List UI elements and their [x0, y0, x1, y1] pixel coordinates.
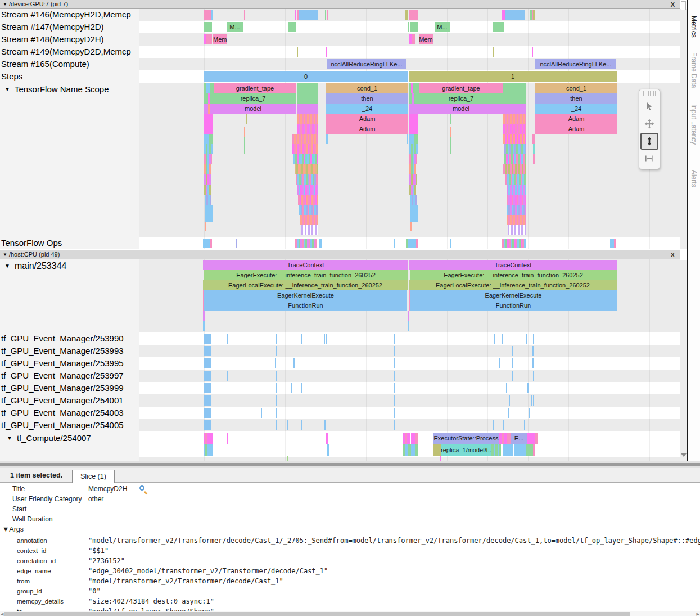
- slice[interactable]: [292, 144, 318, 154]
- slice[interactable]: [415, 444, 418, 456]
- event-tick-slice[interactable]: [509, 395, 510, 406]
- slice-e[interactable]: E...: [511, 433, 527, 444]
- event-tick-slice[interactable]: [533, 395, 534, 406]
- event-tick-slice[interactable]: [394, 408, 395, 418]
- slice[interactable]: [409, 144, 418, 154]
- slice[interactable]: [533, 444, 535, 456]
- slice-model[interactable]: model: [419, 104, 503, 114]
- tab-frame-data[interactable]: Frame Data: [690, 52, 698, 88]
- slice-gradient-tape[interactable]: gradient_tape: [419, 83, 503, 93]
- collapse-arrow-icon[interactable]: ▼: [4, 263, 10, 269]
- slice[interactable]: [227, 433, 228, 444]
- slice[interactable]: [244, 137, 245, 154]
- pan-tool-button[interactable]: [640, 115, 658, 132]
- slice[interactable]: [210, 239, 212, 248]
- slice[interactable]: [297, 47, 298, 57]
- slice[interactable]: [244, 127, 245, 137]
- event-tick-slice[interactable]: [276, 334, 277, 344]
- event-tick-slice[interactable]: [394, 346, 395, 356]
- slice[interactable]: [296, 174, 318, 185]
- slice[interactable]: [299, 205, 318, 215]
- slice[interactable]: [206, 34, 212, 44]
- slice[interactable]: [204, 444, 207, 456]
- slice[interactable]: [408, 22, 409, 32]
- slice[interactable]: [207, 444, 213, 456]
- event-tick-slice[interactable]: [208, 420, 209, 430]
- slice[interactable]: [204, 154, 212, 164]
- slice[interactable]: [415, 433, 418, 444]
- slice[interactable]: [450, 137, 451, 154]
- event-tick-slice[interactable]: [499, 358, 500, 368]
- slice[interactable]: [326, 47, 327, 57]
- close-icon[interactable]: X: [671, 251, 675, 259]
- slice[interactable]: [319, 239, 322, 248]
- slice[interactable]: [503, 134, 526, 144]
- slice[interactable]: [503, 83, 526, 93]
- slice[interactable]: [433, 444, 441, 456]
- selection-tool-button[interactable]: [640, 98, 658, 115]
- slice-replica-7[interactable]: replica_7: [210, 93, 296, 104]
- slice[interactable]: [450, 127, 451, 137]
- slice[interactable]: [493, 47, 494, 57]
- collapse-arrow-icon[interactable]: ▼: [7, 435, 12, 441]
- slice[interactable]: [203, 311, 205, 321]
- slice[interactable]: [408, 321, 409, 331]
- slice[interactable]: [532, 47, 533, 57]
- slice[interactable]: [297, 83, 318, 93]
- slice-eagerlocalexecute-inference-train-function-260252[interactable]: EagerLocalExecute: __inference_train_fun…: [409, 280, 617, 290]
- event-tick-slice[interactable]: [227, 334, 228, 344]
- slice[interactable]: [236, 239, 237, 248]
- slice[interactable]: [409, 164, 416, 174]
- slice[interactable]: [409, 174, 417, 185]
- slice-functionrun[interactable]: FunctionRun: [204, 300, 407, 311]
- event-tick-slice[interactable]: [502, 334, 503, 344]
- slice[interactable]: [408, 239, 416, 248]
- collapse-arrow-icon[interactable]: ▼: [3, 0, 7, 8]
- scroll-right-icon[interactable]: ▶: [697, 612, 699, 616]
- event-tick-slice[interactable]: [526, 334, 527, 344]
- slice-cond-1[interactable]: cond_1: [326, 83, 408, 93]
- slice[interactable]: [310, 10, 310, 20]
- slice-adam[interactable]: Adam: [535, 114, 617, 124]
- slice[interactable]: [493, 22, 504, 32]
- slice[interactable]: [514, 444, 526, 456]
- tab-alerts[interactable]: Alerts: [690, 170, 698, 187]
- slice[interactable]: [326, 134, 328, 144]
- slice[interactable]: [204, 104, 208, 114]
- slice[interactable]: [207, 433, 213, 444]
- slice[interactable]: [503, 114, 526, 124]
- slice[interactable]: [414, 134, 418, 144]
- event-tick-slice[interactable]: [276, 395, 277, 406]
- event-tick-slice[interactable]: [394, 334, 395, 344]
- slice[interactable]: [450, 114, 451, 124]
- slice[interactable]: [503, 164, 526, 174]
- slice[interactable]: [532, 134, 535, 144]
- slice[interactable]: [507, 215, 526, 225]
- slice[interactable]: [403, 433, 407, 444]
- slice[interactable]: [533, 10, 535, 20]
- slice[interactable]: [408, 311, 409, 321]
- slice[interactable]: [297, 124, 318, 134]
- scroll-left-icon[interactable]: ◀: [1, 612, 3, 616]
- slice[interactable]: [503, 93, 526, 104]
- event-tick-slice[interactable]: [533, 371, 534, 381]
- slice[interactable]: [298, 195, 318, 205]
- slice[interactable]: [204, 174, 211, 185]
- slice[interactable]: [409, 154, 417, 164]
- horizontal-scrollbar[interactable]: ◀ ▶: [0, 611, 700, 616]
- slice-cond-1[interactable]: cond_1: [535, 83, 617, 93]
- event-manager-slice[interactable]: [204, 408, 211, 418]
- slice-eagerexecute-inference-train-function-260252[interactable]: EagerExecute: __inference_train_function…: [204, 270, 408, 280]
- slice[interactable]: [409, 104, 419, 114]
- event-tick-slice[interactable]: [275, 358, 276, 368]
- event-tick-slice[interactable]: [291, 383, 292, 393]
- slice-then[interactable]: then: [535, 93, 617, 104]
- event-tick-slice[interactable]: [301, 383, 302, 393]
- event-tick-slice[interactable]: [533, 334, 534, 344]
- slice[interactable]: [297, 114, 318, 124]
- slice[interactable]: [508, 225, 526, 235]
- slice-replica-1-model-t[interactable]: replica_1/model/t...: [441, 444, 491, 456]
- tab-input-latency[interactable]: Input Latency: [690, 104, 698, 145]
- event-tick-slice[interactable]: [324, 334, 325, 344]
- slice[interactable]: [505, 10, 525, 20]
